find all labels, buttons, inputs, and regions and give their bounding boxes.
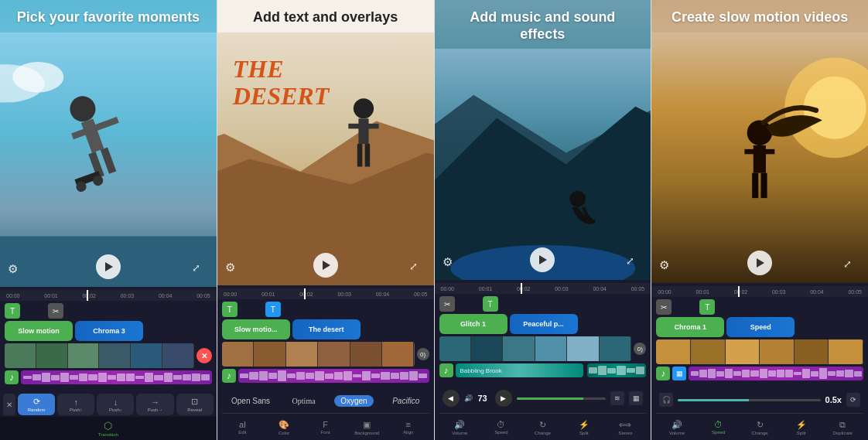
music-track-row: ♪ Babbling Brook [439,363,647,377]
reveal-btn[interactable]: ⊡ Reveal [176,394,214,415]
settings-icon-3[interactable]: ⚙ [443,255,460,272]
scrubber-1[interactable]: 00:00 00:01 00:02 00:03 00:04 00:05 [0,290,217,301]
time-mark: 00:04 [159,293,173,298]
scissors-icon[interactable]: ✂ [48,303,63,319]
text-icon-3[interactable]: T [265,302,281,317]
nav-change[interactable]: ↻ Change [522,420,564,435]
clip-chroma[interactable]: Chroma 3 [75,321,143,341]
clip-slow-motion-2[interactable]: Slow motio... [222,319,290,339]
bottom-nav-2: aI Edit 🎨 Color F Font ▣ Background ≡ Al… [222,418,429,437]
speed-bar[interactable] [678,399,820,401]
nav-duplicate[interactable]: ⧉ Duplicate [822,420,863,435]
nav-volume[interactable]: 🔊 Volume [439,420,481,435]
play-button-4[interactable] [747,251,772,275]
random-label: Random [28,408,46,412]
font-opensans[interactable]: Open Sans [228,395,273,407]
bars-icon[interactable]: ▦ [629,391,643,405]
play-button[interactable] [96,254,121,279]
volume-up-btn[interactable]: ▶ [495,390,512,407]
time-mark: 00:02 [299,292,313,297]
play-button-3[interactable] [530,247,555,272]
text-icon-5[interactable]: T [699,299,715,315]
music-add-btn-2[interactable]: ♪ [222,369,236,383]
svg-point-16 [354,98,374,118]
volume-down-btn[interactable]: ◀ [443,390,460,407]
volume-bar[interactable] [517,397,607,400]
delete-icon[interactable]: ✕ [196,348,212,363]
push-right-btn[interactable]: → Push→ [136,394,173,415]
settings-icon-4[interactable]: ⚙ [659,258,676,275]
nav-stereo[interactable]: ⟺ Stereo [605,420,647,435]
panel-1-preview: ⚙ ⤢ [0,32,217,287]
push-down-btn[interactable]: ↓ Push↓ [97,394,134,415]
scrubber-3[interactable]: 00:00 00:01 00:02 00:03 00:04 00:05 [435,283,651,294]
expand-icon-4[interactable]: ⤢ [843,258,860,275]
nav-align[interactable]: ≡ Align [388,420,429,435]
font-oxygen[interactable]: Oxygen [334,395,373,407]
settings-icon[interactable]: ⚙ [8,262,25,279]
headphone-icon[interactable]: 🎧 [659,393,673,407]
music-add-btn-3[interactable]: ♪ [439,363,453,377]
clip-label-3: The desert [309,326,344,333]
clip-speed[interactable]: Speed [726,317,795,337]
clip-chroma1[interactable]: Chroma 1 [656,317,724,337]
time-mark: 00:03 [337,292,351,297]
frame [131,343,162,368]
divider-4 [656,413,863,414]
nav-text[interactable]: aI Edit [222,420,264,435]
font-optima[interactable]: Optima [289,395,319,407]
scissors-icon-3[interactable]: ✂ [439,296,455,312]
filmstrip-track-3: 0) [439,336,647,361]
panel-music: Add music and sound effects [434,0,651,440]
text-icon[interactable]: T [5,303,20,319]
play-button-2[interactable] [313,253,338,278]
close-icon[interactable]: ✕ [6,401,12,409]
nav-split[interactable]: ⚡ Split [563,420,605,435]
clip-track-2: Slow motio... The desert [222,319,429,339]
music-add-btn-4[interactable]: ♪ [656,367,670,380]
scissors-icon-4[interactable]: ✂ [656,299,672,315]
nav-speed-3[interactable]: ⏱ Speed [480,420,522,435]
mountain-illustration [435,49,651,280]
expand-icon-3[interactable]: ⤢ [626,255,643,272]
nav-bg[interactable]: ▣ Background [346,420,388,435]
bars-icon-4[interactable]: ▦ [672,367,686,380]
scrubber-4[interactable]: 00:00 00:01 00:02 00:03 00:04 00:05 [651,286,868,297]
volume-label: 🔊 73 [464,394,490,403]
playhead [87,290,88,301]
random-btn[interactable]: ⟳ Random [18,394,55,415]
nav-change-4[interactable]: ↻ Change [739,420,781,435]
color-nav-icon: 🎨 [279,420,289,430]
speed-value: 0.5x [825,395,842,404]
speed-dial-icon[interactable]: ⟳ [846,393,860,407]
text-icon-4[interactable]: T [483,296,498,312]
music-track-bar[interactable]: Babbling Brook [456,363,583,377]
nav-split-4[interactable]: ⚡ Split [781,420,822,435]
expand-icon[interactable]: ⤢ [192,262,209,279]
nav-transition[interactable]: ⬡ Transition [2,420,215,437]
panel-1-header: Pick your favorite moments [0,0,217,32]
clip-label-6: Chroma 1 [674,323,706,331]
clip-desert[interactable]: The desert [292,319,361,339]
time-mark: 00:03 [121,293,135,298]
waveform-4 [689,367,863,380]
clip-glitch[interactable]: Glitch 1 [439,314,507,334]
waveform-icon[interactable]: ≋ [610,391,624,405]
clip-peaceful[interactable]: Peaceful p... [510,314,578,334]
svg-point-26 [569,191,586,207]
settings-icon-2[interactable]: ⚙ [225,261,242,278]
music-add-btn[interactable]: ♪ [5,370,19,384]
nav-color[interactable]: 🎨 Color [263,420,305,435]
clip-slow-motion[interactable]: Slow motion [5,321,73,341]
clip-track: Slow motion Chroma 3 [5,321,212,341]
nav-speed-4[interactable]: ⏱ Speed [698,420,740,435]
nav-font[interactable]: F Font [305,420,347,435]
speed-nav-icon-4: ⏱ [714,420,723,429]
text-icon-2[interactable]: T [222,302,238,317]
font-pacifico[interactable]: Pacifico [389,395,422,407]
scrubber-2[interactable]: 00:00 00:01 00:02 00:03 00:04 00:05 [217,288,434,299]
panel-text-overlays: Add text and overlays [217,0,434,440]
push-up-btn[interactable]: ↑ Push↑ [57,394,94,415]
nav-volume-4[interactable]: 🔊 Volume [656,420,698,435]
expand-icon-2[interactable]: ⤢ [409,261,426,278]
